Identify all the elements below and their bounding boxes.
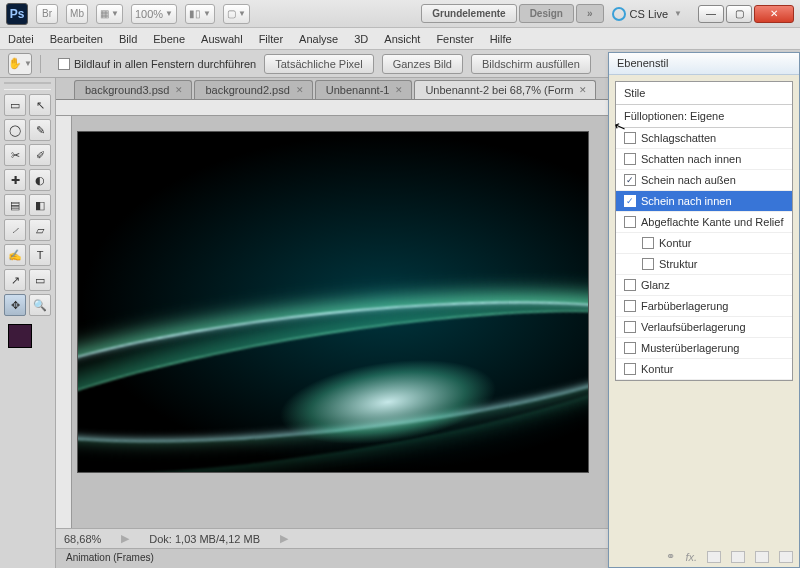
style-checkbox[interactable]: ✓ [624,195,636,207]
style-item[interactable]: ✓Schein nach innen [616,191,792,212]
tool-16[interactable]: ✥ [4,294,26,316]
style-checkbox[interactable] [624,363,636,375]
style-label: Abgeflachte Kante und Relief [641,216,784,228]
menu-bild[interactable]: Bild [119,33,137,45]
tool-11[interactable]: ▱ [29,219,51,241]
style-checkbox[interactable] [642,237,654,249]
style-item[interactable]: ✓Schein nach außen [616,170,792,191]
canvas[interactable] [78,132,588,472]
new-icon[interactable] [779,551,793,563]
blend-options-row[interactable]: Fülloptionen: Eigene [616,105,792,128]
cslive-menu[interactable]: CS Live▼ [612,7,682,21]
adjustment-icon[interactable] [731,551,745,563]
actual-pixels-button[interactable]: Tatsächliche Pixel [264,54,373,74]
mask-icon[interactable] [707,551,721,563]
scroll-all-windows-checkbox[interactable]: Bildlauf in allen Fenstern durchführen [58,58,256,70]
menu-auswahl[interactable]: Auswahl [201,33,243,45]
tool-0[interactable]: ▭ [4,94,26,116]
style-checkbox[interactable] [624,279,636,291]
menu-analyse[interactable]: Analyse [299,33,338,45]
style-item[interactable]: Kontur [616,359,792,380]
menu-hilfe[interactable]: Hilfe [490,33,512,45]
app-logo: Ps [6,3,28,25]
tool-6[interactable]: ✚ [4,169,26,191]
bridge-btn[interactable]: Br [36,4,58,24]
tool-3[interactable]: ✎ [29,119,51,141]
tool-17[interactable]: 🔍 [29,294,51,316]
view-extras-btn[interactable]: ▦▼ [96,4,123,24]
style-checkbox[interactable] [624,300,636,312]
tool-7[interactable]: ◐ [29,169,51,191]
tool-12[interactable]: ✍ [4,244,26,266]
style-checkbox[interactable] [624,342,636,354]
tab-close-icon[interactable]: ✕ [175,85,183,95]
toolbox-grip[interactable] [4,82,51,90]
style-item[interactable]: Musterüberlagerung [616,338,792,359]
tool-15[interactable]: ▭ [29,269,51,291]
folder-icon[interactable] [755,551,769,563]
zoom-level[interactable]: 100%▼ [131,4,177,24]
status-zoom[interactable]: 68,68% [64,533,101,545]
ruler-vertical[interactable] [56,116,72,528]
close-button[interactable]: ✕ [754,5,794,23]
styles-header[interactable]: Stile [616,82,792,105]
tool-9[interactable]: ◧ [29,194,51,216]
style-item[interactable]: Schatten nach innen [616,149,792,170]
menu-3d[interactable]: 3D [354,33,368,45]
tool-2[interactable]: ◯ [4,119,26,141]
zoom-text: 100% [135,8,163,20]
menu-bearbeiten[interactable]: Bearbeiten [50,33,103,45]
tool-5[interactable]: ✐ [29,144,51,166]
arrange-btn[interactable]: ▮▯▼ [185,4,215,24]
link-icon[interactable]: ⚭ [666,550,675,563]
document-tab[interactable]: background2.psd✕ [194,80,312,99]
tool-4[interactable]: ✂ [4,144,26,166]
tool-8[interactable]: ▤ [4,194,26,216]
tool-13[interactable]: T [29,244,51,266]
foreground-swatch[interactable] [8,324,32,348]
style-item[interactable]: Schlagschatten [616,128,792,149]
menu-datei[interactable]: Datei [8,33,34,45]
document-tab[interactable]: Unbenannt-2 bei 68,7% (Form✕ [414,80,596,99]
style-item[interactable]: Glanz [616,275,792,296]
hand-tool-icon[interactable]: ✋▼ [8,53,32,75]
fx-icon[interactable]: fx. [685,551,697,563]
style-checkbox[interactable] [624,132,636,144]
style-item[interactable]: Kontur [616,233,792,254]
style-checkbox[interactable] [642,258,654,270]
menu-filter[interactable]: Filter [259,33,283,45]
style-item[interactable]: Farbüberlagerung [616,296,792,317]
style-checkbox[interactable]: ✓ [624,174,636,186]
tool-10[interactable]: ⟋ [4,219,26,241]
menu-ebene[interactable]: Ebene [153,33,185,45]
maximize-button[interactable]: ▢ [726,5,752,23]
tab-close-icon[interactable]: ✕ [395,85,403,95]
style-item[interactable]: Verlaufsüberlagerung [616,317,792,338]
workspace-design[interactable]: Design [519,4,574,23]
menu-fenster[interactable]: Fenster [436,33,473,45]
dialog-title[interactable]: Ebenenstil [609,53,799,75]
style-label: Verlaufsüberlagerung [641,321,746,333]
workspace-active[interactable]: Grundelemente [421,4,516,23]
workspace-more[interactable]: » [576,4,604,23]
style-item[interactable]: Abgeflachte Kante und Relief [616,212,792,233]
status-doc-size[interactable]: Dok: 1,03 MB/4,12 MB [149,533,260,545]
menu-ansicht[interactable]: Ansicht [384,33,420,45]
color-swatches[interactable] [8,324,48,364]
fill-screen-button[interactable]: Bildschirm ausfüllen [471,54,591,74]
minimize-button[interactable]: — [698,5,724,23]
document-tab[interactable]: Unbenannt-1✕ [315,80,413,99]
tab-close-icon[interactable]: ✕ [579,85,587,95]
tool-1[interactable]: ↖ [29,94,51,116]
document-tab[interactable]: background3.psd✕ [74,80,192,99]
style-checkbox[interactable] [624,153,636,165]
fit-screen-button[interactable]: Ganzes Bild [382,54,463,74]
tab-close-icon[interactable]: ✕ [296,85,304,95]
minibridge-btn[interactable]: Mb [66,4,88,24]
style-item[interactable]: Struktur [616,254,792,275]
tool-14[interactable]: ↗ [4,269,26,291]
cslive-icon [612,7,626,21]
style-checkbox[interactable] [624,321,636,333]
style-checkbox[interactable] [624,216,636,228]
screenmode-btn[interactable]: ▢▼ [223,4,250,24]
